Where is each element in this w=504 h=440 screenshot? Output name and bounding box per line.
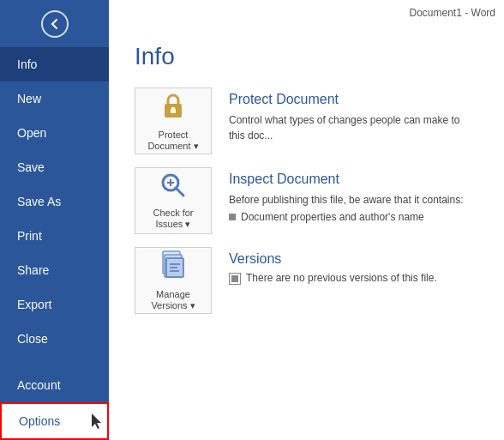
magnifier-icon [159, 172, 187, 204]
sidebar-item-share[interactable]: Share [0, 253, 109, 287]
check-issues-label: Check forIssues ▾ [153, 208, 193, 230]
protect-document-button[interactable]: ProtectDocument ▾ [135, 87, 212, 154]
bullet-icon [229, 214, 236, 220]
protect-document-title: Protect Document [229, 92, 478, 107]
sidebar-item-options[interactable]: Options [0, 402, 109, 440]
bullet-text: Document properties and author's name [241, 211, 424, 223]
main-content: Document1 - Word Info ProtectDocument ▾ … [109, 0, 504, 440]
sidebar-item-close[interactable]: Close [0, 322, 109, 356]
svg-point-3 [171, 106, 176, 111]
protect-document-description: Control what types of changes people can… [229, 112, 478, 143]
versions-bullet-text: There are no previous versions of this f… [246, 272, 437, 284]
back-arrow-icon [41, 10, 69, 38]
lock-icon [159, 90, 187, 126]
sidebar-item-save[interactable]: Save [0, 150, 109, 184]
versions-bullet-icon [229, 273, 241, 285]
versions-card: ManageVersions ▾ Versions There are no p… [135, 247, 478, 314]
title-bar: Document1 - Word [410, 7, 495, 19]
sidebar-item-open[interactable]: Open [0, 116, 109, 150]
svg-line-5 [176, 188, 183, 196]
page-title: Info [135, 43, 478, 70]
inspect-document-bullet: Document properties and author's name [229, 211, 478, 223]
protect-document-card: ProtectDocument ▾ Protect Document Contr… [135, 87, 478, 154]
back-button[interactable] [0, 0, 109, 47]
check-for-issues-button[interactable]: Check forIssues ▾ [135, 167, 212, 234]
manage-versions-label: ManageVersions ▾ [151, 289, 195, 311]
protect-document-info: Protect Document Control what types of c… [229, 87, 478, 143]
sidebar-item-print[interactable]: Print [0, 219, 109, 253]
sidebar-item-export[interactable]: Export [0, 287, 109, 322]
inspect-document-card: Check forIssues ▾ Inspect Document Befor… [135, 167, 478, 234]
sidebar: Info New Open Save Save As Print Share E… [0, 0, 109, 440]
sidebar-item-new[interactable]: New [0, 81, 109, 116]
svg-marker-0 [92, 413, 101, 429]
protect-document-label: ProtectDocument ▾ [147, 130, 198, 152]
versions-info: Versions There are no previous versions … [229, 247, 478, 285]
versions-title: Versions [229, 251, 478, 267]
cursor-icon [92, 413, 102, 429]
sidebar-item-info[interactable]: Info [0, 47, 109, 81]
sidebar-item-save-as[interactable]: Save As [0, 184, 109, 219]
versions-bullet: There are no previous versions of this f… [229, 272, 478, 285]
inspect-document-title: Inspect Document [229, 172, 478, 187]
sidebar-item-account[interactable]: Account [0, 368, 109, 402]
inspect-document-info: Inspect Document Before publishing this … [229, 167, 478, 223]
versions-icon [159, 250, 187, 286]
manage-versions-button[interactable]: ManageVersions ▾ [135, 247, 212, 314]
inspect-document-description: Before publishing this file, be aware th… [229, 192, 478, 208]
